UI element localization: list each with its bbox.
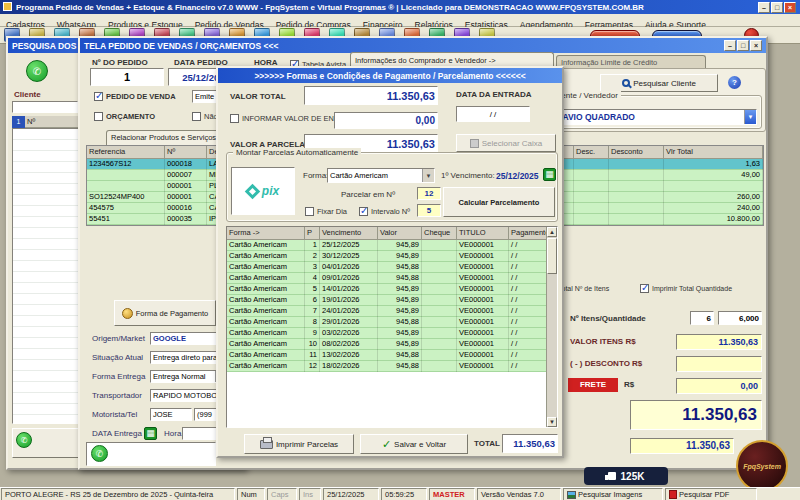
tab-limite-credito[interactable]: Informação Limite de Crédito (556, 55, 706, 69)
forma-pagamento-button[interactable]: Forma de Pagamento (114, 300, 216, 326)
imprimir-parcelas-button[interactable]: Imprimir Parcelas (244, 434, 354, 454)
col-header-titulo[interactable]: TITULO (457, 227, 509, 240)
cell-cheque (422, 361, 457, 372)
parcel-row[interactable]: Cartão Americam 2 30/12/2025 945,89 VE00… (227, 251, 557, 262)
cell-titulo: VE000001 (457, 295, 509, 306)
col-header-forma[interactable]: Forma -> (227, 227, 305, 240)
scroll-down-icon[interactable]: ▼ (547, 417, 557, 427)
order-maximize-button[interactable]: □ (737, 40, 749, 51)
parcel-row[interactable]: Cartão Americam 11 13/02/2026 945,88 VE0… (227, 350, 557, 361)
valor-total-label: VALOR TOTAL (230, 92, 286, 101)
fixar-dia-label: Fixar Dia (317, 207, 347, 216)
parcel-row[interactable]: Cartão Americam 3 04/01/2026 945,88 VE00… (227, 262, 557, 273)
origem-label: Origem/Market (92, 334, 145, 343)
intervalo-num-field[interactable]: 5 (417, 204, 441, 217)
cliente-vendedor-combo[interactable]: FLAVIO QUADRADO ▼ (549, 109, 757, 125)
cell-valor: 945,89 (378, 328, 422, 339)
chevron-down-icon[interactable]: ▼ (744, 110, 756, 124)
parcel-row[interactable]: Cartão Americam 5 14/01/2026 945,89 VE00… (227, 284, 557, 295)
calendar-icon[interactable] (543, 168, 556, 181)
cell-vlr-total: 49,00 (664, 170, 763, 181)
calcular-parcelamento-button[interactable]: Calcular Parcelamento (443, 187, 555, 217)
parcel-row[interactable]: Cartão Americam 8 29/01/2026 945,88 VE00… (227, 317, 557, 328)
whatsapp-icon[interactable]: ✆ (91, 445, 108, 462)
parcel-row[interactable]: Cartão Americam 7 24/01/2026 945,89 VE00… (227, 306, 557, 317)
col-header-vencimento[interactable]: Vencimento (320, 227, 378, 240)
cell-desc-pct (574, 181, 609, 192)
cliente-search-input[interactable] (12, 101, 78, 113)
itens-qty-field: 6,000 (718, 311, 762, 325)
parcel-row[interactable]: Cartão Americam 9 03/02/2026 945,89 VE00… (227, 328, 557, 339)
cell-valor: 945,88 (378, 273, 422, 284)
parcel-row[interactable]: Cartão Americam 12 18/02/2026 945,88 VE0… (227, 361, 557, 372)
parcel-row[interactable]: Cartão Americam 4 09/01/2026 945,88 VE00… (227, 273, 557, 284)
col-header-num[interactable]: Nº (165, 146, 207, 159)
cell-titulo: VE000001 (457, 317, 509, 328)
cell-cheque (422, 317, 457, 328)
scroll-up-icon[interactable]: ▲ (547, 227, 557, 237)
cell-valor: 945,89 (378, 240, 422, 251)
motorista-field[interactable]: JOSE (150, 408, 192, 421)
desconto-label: ( - ) DESCONTO R$ (570, 359, 642, 368)
order-window-title-bar[interactable]: TELA PEDIDO DE VENDAS / ORÇAMENTOS <<< –… (80, 38, 766, 53)
salvar-voltar-button[interactable]: ✓ Salvar e Voltar (360, 434, 468, 454)
imprimir-total-quantidade-checkbox[interactable]: Imprimir Total Quantidade (640, 284, 732, 293)
selecionar-caixa-button[interactable]: Selecionar Caixa (456, 134, 556, 152)
order-close-button[interactable]: × (750, 40, 762, 51)
parcel-row[interactable]: Cartão Americam 6 19/01/2026 945,89 VE00… (227, 295, 557, 306)
pesquisar-imagens-button[interactable]: Pesquisar Imagens (563, 488, 663, 500)
status-time: 05:59:25 (381, 488, 427, 500)
col-header-valor[interactable]: Valor (378, 227, 422, 240)
col-header-pagamento[interactable]: Pagamento -> (509, 227, 546, 240)
maximize-button[interactable]: □ (771, 2, 783, 13)
cell-pagamento: / / (509, 306, 546, 317)
payment-dialog: >>>>>> Formas e Condições de Pagamento /… (216, 66, 564, 458)
fixar-dia-checkbox[interactable]: Fixar Dia (305, 207, 347, 216)
col-header-referencia[interactable]: Referencia (87, 146, 165, 159)
forma-entrega-value: Entrega Normal (151, 372, 215, 381)
cell-p: 6 (305, 295, 320, 306)
minimize-button[interactable]: – (758, 2, 770, 13)
parcel-row[interactable]: Cartão Americam 10 08/02/2026 945,89 VE0… (227, 339, 557, 350)
frete-field[interactable]: 0,00 (676, 378, 762, 394)
chevron-down-icon[interactable]: ▼ (422, 169, 434, 182)
parcels-grid[interactable]: Forma -> P Vencimento Valor Cheque TITUL… (226, 226, 558, 428)
scrollbar[interactable]: ▲ ▼ (546, 227, 557, 427)
intervalo-checkbox[interactable]: Intervalo Nº (359, 207, 410, 216)
calendar-icon[interactable] (144, 427, 157, 440)
scroll-thumb[interactable] (547, 238, 557, 274)
pesquisar-cliente-button[interactable]: Pesquisar Cliente (600, 74, 718, 92)
order-minimize-button[interactable]: – (724, 40, 736, 51)
whatsapp-icon[interactable]: ✆ (26, 60, 48, 82)
forma-combo[interactable]: Cartão Americam ▼ (327, 168, 435, 183)
search-result-list[interactable] (12, 128, 79, 424)
cell-vlr-total (664, 181, 763, 192)
whatsapp-footer-icon[interactable]: ✆ (16, 432, 32, 448)
payment-dialog-title-bar[interactable]: >>>>>> Formas e Condições de Pagamento /… (218, 68, 562, 83)
desconto-field[interactable] (676, 356, 762, 372)
orcamento-checkbox[interactable]: ORÇAMENTO (94, 112, 155, 121)
pesquisar-pdf-button[interactable]: Pesquisar PDF (665, 488, 757, 500)
parcel-row[interactable]: Cartão Americam 1 25/12/2025 945,89 VE00… (227, 240, 557, 251)
data-entrada-field[interactable]: / / (456, 106, 530, 122)
transportador-label: Transportador (92, 391, 142, 400)
valor-entrada-field[interactable]: 0,00 (334, 112, 438, 129)
pedido-venda-checkbox[interactable]: PEDIDO DE VENDA (94, 92, 176, 101)
cell-num: 000007 (165, 170, 207, 181)
col-header-desconto[interactable]: Desconto (609, 146, 664, 159)
app-title-bar[interactable]: Programa Pedido de Vendas + Estoque & Fi… (0, 0, 800, 14)
col-header-vlr-total[interactable]: Vlr Total (664, 146, 763, 159)
vencimento-value[interactable]: 25/12/2025 (496, 171, 539, 181)
close-button[interactable]: × (784, 2, 796, 13)
help-icon[interactable]: ? (728, 76, 741, 89)
col-header-p[interactable]: P (305, 227, 320, 240)
valor-itens-label: VALOR ITENS R$ (570, 337, 636, 346)
col-header-cheque[interactable]: Cheque (422, 227, 457, 240)
col-header-desc-pct[interactable]: Desc. (574, 146, 609, 159)
num-column-header[interactable]: Nº (25, 116, 79, 128)
printer-icon (260, 440, 273, 449)
pedido-number-field[interactable]: 1 (90, 68, 164, 86)
origem-field[interactable]: GOOGLE (150, 332, 218, 345)
parcelar-num-field[interactable]: 12 (417, 187, 441, 200)
app-icon (3, 2, 12, 11)
